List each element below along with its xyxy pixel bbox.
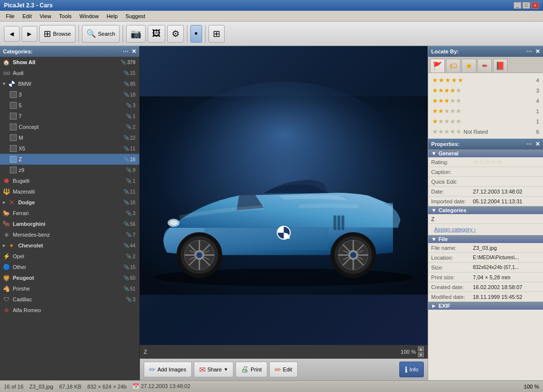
modified-date-label: Modified date:: [431, 294, 473, 300]
bmw-3-checkbox[interactable]: [10, 91, 17, 98]
cat-ferrari[interactable]: 🐎 Ferrari 📎 3: [0, 208, 139, 219]
locate-options[interactable]: ···: [526, 48, 532, 55]
bmw-concept-checkbox[interactable]: [10, 123, 17, 130]
categories-close[interactable]: ✕: [131, 48, 136, 55]
cat-opel-label: Opel: [13, 253, 126, 259]
locate-tab-tag[interactable]: 🏷: [446, 59, 461, 73]
locate-tab-book[interactable]: 📕: [493, 59, 508, 73]
cat-bmw-3[interactable]: 3 📎 18: [0, 89, 139, 100]
add-images-button[interactable]: ✏ Add Images: [144, 362, 192, 377]
nav-forward-button[interactable]: ►: [22, 26, 37, 42]
file-section-header[interactable]: ▼ File: [428, 235, 543, 243]
cat-bmw-concept-count: 📎 2: [126, 124, 135, 130]
cat-show-all[interactable]: 🏠 Show All 📎 379: [0, 57, 139, 68]
nav-back-button[interactable]: ◄: [4, 26, 20, 42]
cat-bugatti[interactable]: ⬟ Bugatti 📎 1: [0, 175, 139, 186]
cat-bmw-z9[interactable]: z9 📎 9: [0, 165, 139, 175]
categories-options[interactable]: ···: [123, 48, 129, 55]
exif-section-header[interactable]: ► EXIF: [428, 302, 543, 310]
photo-button[interactable]: 🖼: [148, 25, 165, 43]
svg-rect-4: [337, 215, 340, 230]
properties-general-section: ▼ General Rating: ☆☆☆☆☆ Caption: Quick E…: [428, 149, 543, 206]
cat-bmw-z[interactable]: Z 📎 16: [0, 154, 139, 165]
status-bar: 16 of 16 Z3_03.jpg 67,18 KB 832 × 624 × …: [0, 380, 543, 392]
bmw-7-checkbox[interactable]: [10, 113, 17, 120]
bmw-z-checkbox[interactable]: [10, 156, 17, 163]
svg-point-7: [170, 220, 178, 225]
close-button[interactable]: ×: [531, 2, 539, 9]
created-date-row: Created date: 16.02.2002 18:58:07: [428, 282, 543, 292]
rating-field-value[interactable]: ☆☆☆☆☆: [473, 158, 502, 166]
bmw-x5-checkbox[interactable]: [10, 145, 17, 152]
general-section-header[interactable]: ▼ General: [428, 149, 543, 157]
cat-alfa-romeo[interactable]: ⊕ Alfa Romeo: [0, 305, 139, 316]
search-button[interactable]: 🔍 Search: [82, 25, 120, 43]
cat-other[interactable]: 🔵 Other 📎 15: [0, 262, 139, 272]
categories-section-header[interactable]: ▼ Categories: [428, 206, 543, 214]
other-icon: 🔵: [2, 263, 11, 271]
rating-5-stars[interactable]: ★★★★★ 4: [430, 75, 541, 85]
minimize-button[interactable]: _: [514, 2, 521, 9]
cat-cadillac[interactable]: 🛡 Cadillac 📎 3: [0, 294, 139, 305]
menu-help[interactable]: Help: [103, 12, 122, 20]
locate-tab-flag[interactable]: 🚩: [430, 59, 445, 73]
toolbar: ◄ ► ⊞ Browse 🔍 Search 📷 🖼 ⚙ ▪ ⊞: [0, 22, 543, 46]
rating-2-stars[interactable]: ★★★★★ 1: [430, 106, 541, 116]
cat-audi[interactable]: ⊙⊙ Audi 📎 15: [0, 68, 139, 78]
rating-4-stars[interactable]: ★★★★★ 3: [430, 85, 541, 96]
three-star-display: ★★★★★: [432, 97, 462, 104]
cat-bmw-concept-label: Concept: [19, 124, 126, 130]
maximize-button[interactable]: □: [522, 2, 530, 9]
share-button[interactable]: ✉ Share ▼: [194, 362, 233, 377]
zoom-up-button[interactable]: ▲: [418, 346, 424, 351]
properties-options[interactable]: ···: [526, 140, 532, 148]
print-button[interactable]: 🖨 Print: [235, 362, 267, 377]
rating-1-star[interactable]: ★★★★★ 1: [430, 116, 541, 126]
bmw-5-checkbox[interactable]: [10, 102, 17, 109]
view-grid-button[interactable]: ⊞: [208, 25, 225, 43]
menu-file[interactable]: File: [2, 12, 19, 20]
view-single-button[interactable]: ▪: [190, 25, 202, 43]
cat-lamborghini[interactable]: 🐂 Lamborghini 📎 56: [0, 219, 139, 229]
assign-category-link[interactable]: Assign category ›: [431, 225, 479, 234]
cat-porshe[interactable]: 🐴 Porshe 📎 51: [0, 283, 139, 294]
image-caption-bar: Z 100 % ▲ ▼: [140, 345, 428, 359]
bmw-m-checkbox[interactable]: [10, 134, 17, 141]
settings-button[interactable]: ⚙: [167, 25, 184, 43]
menu-suggest[interactable]: Suggest: [122, 12, 149, 20]
cat-bmw-5[interactable]: 5 📎 3: [0, 100, 139, 111]
zoom-down-button[interactable]: ▼: [418, 352, 424, 357]
properties-exif-section: ► EXIF: [428, 302, 543, 310]
edit-button[interactable]: ✏ Edit: [269, 362, 298, 377]
cat-bmw-7[interactable]: 7 📎 1: [0, 111, 139, 122]
cat-bmw-5-count: 📎 3: [126, 103, 135, 108]
bugatti-icon: ⬟: [2, 176, 11, 185]
info-button[interactable]: ℹ Info: [399, 362, 424, 377]
cat-opel[interactable]: ⚡ Opel 📎 2: [0, 251, 139, 262]
cat-mazeratti[interactable]: 🔱 Mazeratti 📎 11: [0, 186, 139, 197]
locate-close[interactable]: ✕: [535, 48, 540, 55]
cat-bmw-x5[interactable]: X5 📎 11: [0, 143, 139, 154]
properties-close[interactable]: ✕: [535, 141, 540, 147]
menu-window[interactable]: Window: [76, 12, 103, 20]
menu-bar: File Edit View Tools Window Help Suggest: [0, 11, 543, 22]
cat-bmw-m[interactable]: M 📎 22: [0, 132, 139, 143]
rating-not-rated[interactable]: ★★★★★ Not Rated 6: [430, 126, 541, 137]
bmw-z9-checkbox[interactable]: [10, 167, 17, 173]
cat-bmw[interactable]: ▼ BMW 📎 85: [0, 78, 139, 89]
menu-edit[interactable]: Edit: [19, 12, 36, 20]
cat-bmw-concept[interactable]: Concept 📎 2: [0, 122, 139, 132]
cat-bmw-7-label: 7: [19, 113, 126, 119]
cat-dodge[interactable]: ► ✕ Dodge 📎 16: [0, 197, 139, 208]
zoom-scroll[interactable]: ▲ ▼: [418, 346, 424, 357]
cat-peugeot[interactable]: 🦁 Peugeot 📎 60: [0, 272, 139, 283]
menu-tools[interactable]: Tools: [55, 12, 76, 20]
rating-3-stars[interactable]: ★★★★★ 4: [430, 96, 541, 106]
camera-button[interactable]: 📷: [126, 25, 146, 43]
menu-view[interactable]: View: [36, 12, 55, 20]
cat-mercedes[interactable]: ✳ Mersedes-benz 📎 7: [0, 229, 139, 240]
cat-chevrolet[interactable]: ► ✦ Chevrolet 📎 44: [0, 240, 139, 251]
locate-tab-star[interactable]: ★: [462, 59, 476, 73]
locate-tab-pen[interactable]: ✒: [477, 59, 492, 73]
browse-button[interactable]: ⊞ Browse: [39, 25, 76, 43]
